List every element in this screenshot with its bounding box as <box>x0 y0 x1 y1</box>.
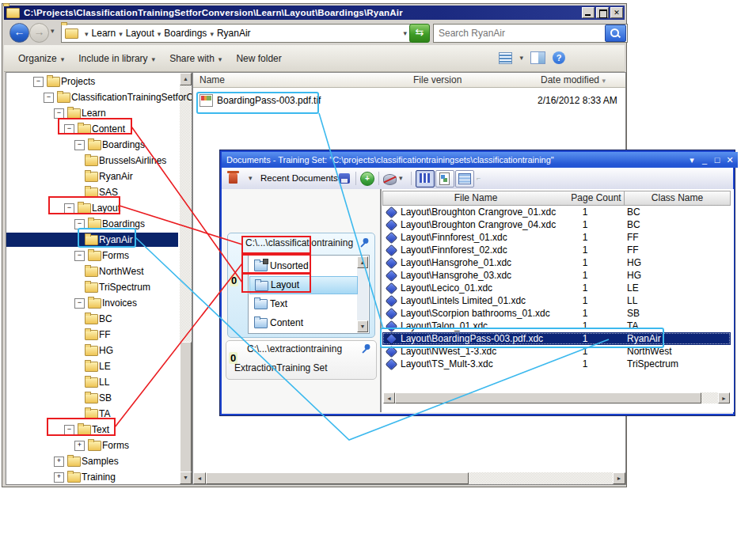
help-icon[interactable]: ? <box>553 51 565 64</box>
class-item-unsorted[interactable]: Unsorted <box>249 257 356 275</box>
tree-item-trispectrum[interactable]: TriSpectrum <box>6 280 178 294</box>
view-dropdown-icon[interactable]: ▾ <box>519 54 523 62</box>
forward-button[interactable]: → <box>29 23 49 43</box>
document-row[interactable]: Layout\Finnforest_01.xdc1FF <box>382 231 731 244</box>
close-button[interactable]: ✕ <box>610 7 623 18</box>
scroll-down-icon[interactable]: ▼ <box>357 320 368 332</box>
document-row[interactable]: Layout\Broughton Crangrove_01.xdc1BC <box>382 206 731 218</box>
expand-toggle-icon[interactable]: − <box>64 124 74 134</box>
class-item-layout[interactable]: Layout <box>249 276 358 294</box>
expand-toggle-icon[interactable]: − <box>64 425 74 435</box>
breadcrumb-item-ryanair[interactable]: RyanAir <box>217 28 251 39</box>
classify-stamp-icon[interactable] <box>383 174 397 185</box>
file-list-hscrollbar[interactable]: ◄ ► <box>193 472 625 484</box>
tree-item-hg[interactable]: HG <box>6 343 178 358</box>
stamp-dropdown-icon[interactable]: ▾ <box>399 172 403 185</box>
breadcrumb-separator-icon[interactable]: ▾ <box>85 30 89 38</box>
documents-scroll-thumb[interactable] <box>395 392 701 404</box>
scroll-down-icon[interactable]: ▼ <box>180 472 192 484</box>
preview-pane-icon[interactable] <box>530 51 545 64</box>
expand-toggle-icon[interactable]: − <box>74 298 85 309</box>
document-row[interactable]: Layout\Scorpion bathrooms_01.xdc1SB <box>382 307 731 320</box>
tree-item-training[interactable]: +Training <box>6 470 178 484</box>
tree-item-bc[interactable]: BC <box>6 312 178 326</box>
scroll-right-icon[interactable]: ► <box>613 472 625 484</box>
scroll-left-icon[interactable]: ◄ <box>383 392 395 404</box>
expand-toggle-icon[interactable]: + <box>54 472 64 483</box>
tree-item-ff[interactable]: FF <box>6 328 178 342</box>
window-menu-icon[interactable]: ▾ <box>686 152 698 168</box>
back-button[interactable]: ← <box>9 23 29 43</box>
include-in-library-button[interactable]: Include in library▾ <box>78 53 155 64</box>
classification-training-card[interactable]: C:\...\classificationtraining 0 ▲ ▼ Unso… <box>227 233 375 338</box>
recent-documents-button[interactable]: Recent Documents <box>260 172 338 185</box>
tree-item-invoices[interactable]: −Invoices <box>6 296 178 310</box>
tree-item-learn[interactable]: −Learn <box>6 106 178 120</box>
refresh-icon[interactable]: + <box>360 172 374 186</box>
tree-item-projects[interactable]: −Projects <box>6 74 178 89</box>
document-row[interactable]: Layout\Finnforest_02.xdc1FF <box>382 244 731 256</box>
file-row-boardingpass[interactable]: BoardingPass-003.pdf.tif <box>193 93 399 108</box>
document-row[interactable]: Layout\Hansgrohe_01.xdc1HG <box>382 256 731 269</box>
column-header-date-modified[interactable]: Date modified ▾ <box>534 73 626 88</box>
document-row[interactable]: Layout\Broughton Crangrove_04.xdc1BC <box>382 218 731 231</box>
tree-item-forms[interactable]: −Forms <box>6 248 178 263</box>
save-icon[interactable] <box>339 173 350 184</box>
change-view-icon[interactable] <box>499 52 512 64</box>
tree-item-ryanair[interactable]: RyanAir <box>6 169 178 184</box>
breadcrumb-item-layout[interactable]: Layout <box>126 28 154 39</box>
new-folder-button[interactable]: New folder <box>236 53 281 64</box>
class-list-scrollbar[interactable]: ▲ ▼ <box>357 256 368 332</box>
thumbnail-view-button[interactable] <box>455 170 474 188</box>
minimize-button[interactable] <box>582 7 595 18</box>
tree-item-classificationtrainingsetforc[interactable]: −ClassificationTrainingSetforC <box>6 90 178 104</box>
tree-item-ryanair[interactable]: RyanAir <box>6 233 178 247</box>
expand-toggle-icon[interactable]: + <box>74 441 85 451</box>
scroll-right-icon[interactable]: ► <box>718 392 730 404</box>
tree-item-brusselsairlines[interactable]: BrusselsAirlines <box>6 153 178 168</box>
address-dropdown-icon[interactable]: ▾ <box>403 29 407 37</box>
expand-toggle-icon[interactable]: − <box>64 203 74 214</box>
document-row[interactable]: Layout\Talon_01.xdc1TA <box>382 320 731 332</box>
extraction-training-card[interactable]: C:\...\extractiontraining 0 ExtractionTr… <box>226 340 377 380</box>
delete-icon[interactable] <box>229 173 237 184</box>
documents-hscrollbar[interactable]: ◄ ► <box>383 392 730 404</box>
explorer-titlebar[interactable]: C:\Projects\ClassificationTrainingSetfor… <box>4 6 625 20</box>
tree-item-boardings[interactable]: −Boardings <box>6 138 178 152</box>
expand-toggle-icon[interactable]: − <box>44 93 54 103</box>
column-header-file-version[interactable]: File version <box>407 73 535 88</box>
document-row[interactable]: Layout\TS_Mult-3.xdc1TriSpectrum <box>382 358 731 370</box>
organize-button[interactable]: Organize▾ <box>18 53 64 64</box>
tree-item-le[interactable]: LE <box>6 359 178 373</box>
tree-item-ll[interactable]: LL <box>6 375 178 389</box>
breadcrumb-separator-icon[interactable]: ▾ <box>158 30 161 38</box>
maximize-button[interactable] <box>596 7 609 18</box>
column-header-file-name[interactable]: File Name <box>382 191 569 206</box>
pin-icon[interactable] <box>361 343 371 354</box>
search-icon[interactable] <box>605 25 626 42</box>
expand-toggle-icon[interactable]: − <box>74 219 85 229</box>
maximize-button[interactable]: □ <box>711 152 724 168</box>
expand-toggle-icon[interactable]: + <box>54 457 64 467</box>
column-header-name[interactable]: Name <box>193 73 408 88</box>
column-header-class-name[interactable]: Class Name <box>625 191 731 206</box>
expand-toggle-icon[interactable]: − <box>74 140 85 150</box>
documents-titlebar[interactable]: Documents - Training Set: "C:\projects\c… <box>222 152 738 168</box>
recent-documents-dropdown-icon[interactable]: ▾ <box>249 172 253 185</box>
tree-scroll-thumb[interactable] <box>180 342 192 474</box>
file-scroll-thumb[interactable] <box>206 472 469 484</box>
toolbar-overflow-icon[interactable]: ⌐ <box>477 172 481 185</box>
close-button[interactable]: ✕ <box>724 152 736 168</box>
expand-toggle-icon[interactable]: − <box>74 251 85 261</box>
minimize-button[interactable]: _ <box>698 152 711 168</box>
tree-item-layout[interactable]: −Layout <box>6 201 178 215</box>
expand-toggle-icon[interactable]: − <box>33 77 44 87</box>
document-row[interactable]: Layout\Hansgrohe_03.xdc1HG <box>382 269 731 282</box>
class-item-content[interactable]: Content <box>249 314 356 332</box>
document-row-selected[interactable]: Layout\BoardingPass-003.pdf.xdc1RyanAir <box>382 332 731 345</box>
document-row[interactable]: Layout\NWest_1-3.xdc1NorthWest <box>382 345 731 358</box>
tree-item-content[interactable]: −Content <box>6 122 178 136</box>
tree-scrollbar[interactable]: ▲ ▼ <box>180 73 192 484</box>
tree-item-forms[interactable]: +Forms <box>6 438 178 453</box>
history-dropdown-icon[interactable]: ▾ <box>51 27 55 35</box>
